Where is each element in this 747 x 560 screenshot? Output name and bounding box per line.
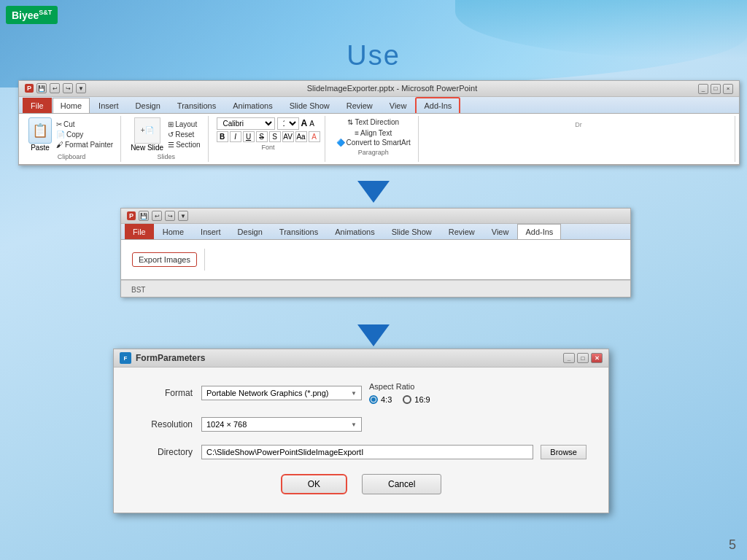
tab2-insert[interactable]: Insert bbox=[193, 224, 229, 239]
undo-btn[interactable]: ↩ bbox=[50, 83, 60, 93]
titlebar-text: SlideImageExporter.pptx - Microsoft Powe… bbox=[307, 84, 478, 93]
italic-button[interactable]: I bbox=[230, 131, 241, 142]
dialog-close-btn[interactable]: ✕ bbox=[591, 353, 603, 363]
cancel-button[interactable]: Cancel bbox=[362, 474, 441, 494]
undo-btn-2[interactable]: ↩ bbox=[152, 211, 162, 221]
redo-btn-2[interactable]: ↪ bbox=[165, 211, 175, 221]
clipboard-label: Clipboard bbox=[58, 153, 86, 160]
directory-input[interactable] bbox=[201, 445, 533, 459]
customize-btn-2[interactable]: ▼ bbox=[178, 211, 188, 221]
increase-font-btn[interactable]: A bbox=[301, 118, 308, 128]
strikethrough-button[interactable]: S bbox=[256, 131, 268, 142]
dialog-title-left: F FormParameters bbox=[120, 352, 205, 364]
tab-animations[interactable]: Animations bbox=[225, 98, 280, 113]
save-btn[interactable]: 💾 bbox=[36, 83, 47, 93]
radio-16-9-circle bbox=[403, 395, 411, 404]
tab-addins[interactable]: Add-Ins bbox=[415, 97, 460, 113]
resolution-select[interactable]: 747 × 560 ▼ bbox=[201, 417, 362, 432]
bst-label: BST bbox=[127, 284, 150, 295]
ribbon-tabs-2: File Home Insert Design Transitions Anim… bbox=[121, 224, 630, 240]
tab-design[interactable]: Design bbox=[128, 98, 169, 113]
tab2-design[interactable]: Design bbox=[230, 224, 271, 239]
browse-button[interactable]: Browse bbox=[541, 445, 587, 459]
convert-smartart-button[interactable]: 🔷 Convert to SmartArt bbox=[335, 138, 412, 147]
slides-label: Slides bbox=[158, 153, 176, 160]
tab2-addins[interactable]: Add-Ins bbox=[517, 224, 561, 239]
customize-btn[interactable]: ▼ bbox=[76, 83, 86, 93]
tab2-slideshow[interactable]: Slide Show bbox=[384, 224, 440, 239]
close-btn[interactable]: × bbox=[723, 84, 733, 94]
cut-button[interactable]: ✂ Cut bbox=[55, 120, 115, 129]
tab2-review[interactable]: Review bbox=[441, 224, 483, 239]
drawing-group: Dr bbox=[422, 116, 735, 162]
maximize-btn[interactable]: □ bbox=[711, 84, 721, 94]
format-painter-button[interactable]: 🖌 Format Painter bbox=[55, 140, 115, 149]
format-row: Format Portable Network Graphics (*.png)… bbox=[136, 382, 587, 404]
font-size-select[interactable]: 18 bbox=[277, 117, 299, 130]
align-text-button[interactable]: ≡ Align Text bbox=[353, 128, 393, 138]
tab-review[interactable]: Review bbox=[338, 98, 381, 113]
resolution-select-arrow: ▼ bbox=[351, 421, 357, 428]
dialog-logo: F bbox=[120, 352, 131, 364]
format-value: Portable Network Graphics (*.png) bbox=[206, 389, 329, 397]
ribbon-titlebar-2: P 💾 ↩ ↪ ▼ bbox=[121, 209, 630, 224]
new-slide-label: New Slide bbox=[131, 144, 163, 152]
tab2-view[interactable]: View bbox=[484, 224, 517, 239]
text-direction-button[interactable]: ⇅ Text Direction bbox=[346, 117, 400, 127]
format-select[interactable]: Portable Network Graphics (*.png) ▼ bbox=[201, 386, 362, 400]
font-btn-row: B I U S S AV Aa A bbox=[217, 131, 320, 142]
decrease-font-btn[interactable]: A bbox=[309, 120, 314, 128]
tab-insert[interactable]: Insert bbox=[90, 98, 127, 113]
resolution-value: 747 × 560 bbox=[206, 420, 247, 429]
shadow-button[interactable]: S bbox=[269, 131, 281, 142]
ok-button[interactable]: OK bbox=[281, 474, 347, 494]
titlebar-win-btns: _ □ × bbox=[698, 83, 733, 94]
ratio-16-9-option[interactable]: 16:9 bbox=[403, 395, 430, 404]
ribbon-window-2: P 💾 ↩ ↪ ▼ File Home Insert Design Transi… bbox=[120, 208, 631, 298]
dialog-minimize-btn[interactable]: _ bbox=[563, 353, 575, 363]
paste-button[interactable]: 📋 Paste bbox=[28, 117, 52, 152]
font-family-select[interactable]: Calibri bbox=[217, 117, 275, 130]
page-title: Use bbox=[0, 40, 747, 71]
ribbon-titlebar-1: P 💾 ↩ ↪ ▼ SlideImageExporter.pptx - Micr… bbox=[19, 81, 739, 97]
tab-view[interactable]: View bbox=[382, 98, 415, 113]
small-buttons: ✂ Cut 📄 Copy 🖌 Format Painter bbox=[55, 120, 115, 149]
export-images-button[interactable]: Export Images bbox=[132, 252, 197, 267]
redo-btn[interactable]: ↪ bbox=[63, 83, 73, 93]
clipboard-group: 📋 Paste ✂ Cut 📄 Copy 🖌 Format Painter Cl… bbox=[23, 116, 121, 162]
bold-button[interactable]: B bbox=[217, 131, 228, 142]
save-btn-2[interactable]: 💾 bbox=[139, 211, 149, 221]
titlebar2-left: P 💾 ↩ ↪ ▼ bbox=[127, 211, 188, 221]
tab2-file[interactable]: File bbox=[125, 224, 154, 239]
tab-file[interactable]: File bbox=[23, 98, 52, 113]
underline-button[interactable]: U bbox=[243, 131, 255, 142]
format-label: Format bbox=[136, 388, 201, 398]
dialog-buttons: OK Cancel bbox=[136, 474, 587, 494]
tab2-home[interactable]: Home bbox=[155, 224, 192, 239]
ratio-16-9-label: 16:9 bbox=[414, 395, 430, 404]
font-label: Font bbox=[217, 144, 320, 151]
font-case-button[interactable]: Aa bbox=[295, 131, 307, 142]
paste-icon: 📋 bbox=[28, 117, 52, 144]
layout-button[interactable]: ⊞ Layout bbox=[166, 120, 201, 129]
tab2-animations[interactable]: Animations bbox=[327, 224, 382, 239]
drawing-label: Dr bbox=[571, 117, 586, 132]
paragraph-top-row: ⇅ Text Direction bbox=[346, 117, 400, 127]
section-button[interactable]: ☰ Section bbox=[166, 140, 201, 149]
arrow-down-2 bbox=[357, 324, 390, 346]
dialog-maximize-btn[interactable]: □ bbox=[577, 353, 589, 363]
charspace-button[interactable]: AV bbox=[282, 131, 294, 142]
tab-transitions[interactable]: Transitions bbox=[169, 98, 224, 113]
resolution-label: Resolution bbox=[136, 419, 201, 429]
new-slide-button[interactable]: +📄 New Slide bbox=[131, 117, 163, 152]
font-color-button[interactable]: A bbox=[309, 131, 320, 142]
ribbon-tabs-1: File Home Insert Design Transitions Anim… bbox=[19, 97, 739, 114]
tab2-transitions[interactable]: Transitions bbox=[271, 224, 326, 239]
reset-button[interactable]: ↺ Reset bbox=[166, 130, 201, 139]
tab-home[interactable]: Home bbox=[53, 98, 90, 113]
tab-slideshow[interactable]: Slide Show bbox=[282, 98, 338, 113]
ratio-4-3-option[interactable]: 4:3 bbox=[369, 395, 392, 404]
minimize-btn[interactable]: _ bbox=[698, 84, 708, 94]
copy-button[interactable]: 📄 Copy bbox=[55, 130, 115, 139]
new-slide-icon: +📄 bbox=[134, 117, 160, 144]
